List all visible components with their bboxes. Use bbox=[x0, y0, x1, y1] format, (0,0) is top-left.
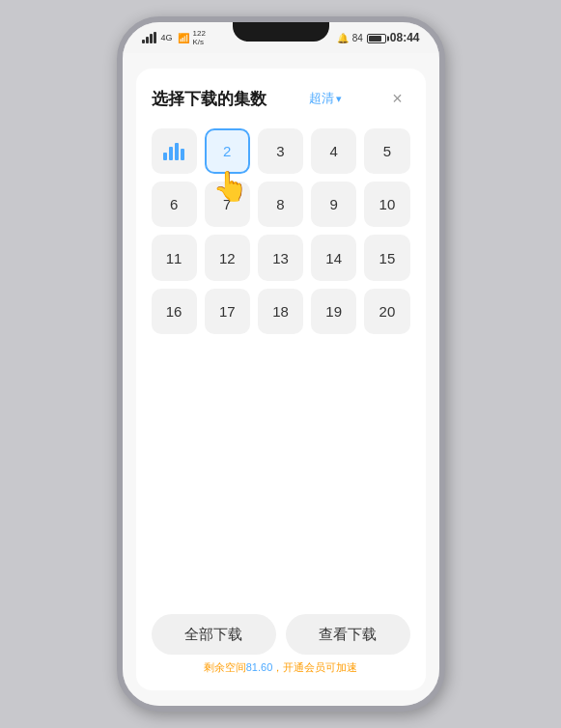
episode-cell-chart[interactable] bbox=[152, 128, 197, 174]
tip-prefix: 剩余空间 bbox=[204, 661, 246, 673]
episode-cell-2[interactable]: 2👆 bbox=[205, 128, 250, 174]
episode-cell-10[interactable]: 10 bbox=[364, 182, 409, 227]
episode-cell-16[interactable]: 16 bbox=[152, 289, 197, 334]
episode-cell-11[interactable]: 11 bbox=[152, 235, 197, 280]
quality-selector[interactable]: 超清 ▾ bbox=[309, 90, 342, 107]
episode-cell-19[interactable]: 19 bbox=[311, 289, 356, 334]
signal-icon bbox=[142, 32, 156, 43]
modal-header: 选择下载的集数 超清 ▾ × bbox=[152, 86, 410, 111]
episode-cell-3[interactable]: 3 bbox=[258, 128, 303, 174]
spacer bbox=[152, 344, 410, 606]
modal-title: 选择下载的集数 bbox=[152, 88, 266, 110]
side-button-right bbox=[442, 167, 445, 215]
notch bbox=[233, 22, 329, 42]
modal-dialog: 选择下载的集数 超清 ▾ × 2👆34567891011121314151617… bbox=[136, 69, 426, 690]
bottom-tip: 剩余空间81.60，开通会员可加速 bbox=[152, 660, 410, 675]
episode-cell-18[interactable]: 18 bbox=[258, 289, 303, 334]
episode-cell-15[interactable]: 15 bbox=[364, 235, 409, 280]
side-button-left bbox=[117, 138, 120, 167]
alarm-icon: 🔔 bbox=[337, 33, 349, 43]
episode-cell-4[interactable]: 4 bbox=[311, 128, 356, 174]
tip-space: 81.60 bbox=[246, 661, 273, 673]
wifi-icon: 📶 bbox=[178, 33, 189, 43]
episode-cell-17[interactable]: 17 bbox=[205, 289, 250, 334]
status-left: 4G 📶 122K/s bbox=[142, 29, 206, 46]
phone-frame: 4G 📶 122K/s 🔔 84 08:44 选择下载的集数 超清 ▾ × bbox=[117, 16, 445, 712]
episode-cell-7[interactable]: 7 bbox=[205, 182, 250, 227]
content-area: 选择下载的集数 超清 ▾ × 2👆34567891011121314151617… bbox=[123, 53, 439, 706]
status-time: 08:44 bbox=[390, 31, 420, 44]
view-downloads-button[interactable]: 查看下载 bbox=[286, 614, 410, 655]
chart-icon bbox=[163, 143, 184, 160]
quality-label: 超清 bbox=[309, 90, 334, 107]
network-icon: 4G bbox=[161, 33, 173, 42]
episode-cell-12[interactable]: 12 bbox=[205, 235, 250, 280]
episode-cell-9[interactable]: 9 bbox=[311, 182, 356, 227]
battery-percent: 84 bbox=[352, 33, 363, 43]
close-button[interactable]: × bbox=[385, 86, 410, 111]
download-all-button[interactable]: 全部下载 bbox=[152, 614, 276, 655]
battery-icon bbox=[367, 33, 386, 43]
episode-cell-8[interactable]: 8 bbox=[258, 182, 303, 227]
bottom-buttons: 全部下载 查看下载 bbox=[152, 614, 410, 655]
tip-suffix: 开通会员可加速 bbox=[283, 661, 357, 673]
episode-cell-14[interactable]: 14 bbox=[311, 235, 356, 280]
episode-grid: 2👆34567891011121314151617181920 bbox=[152, 128, 410, 334]
episode-cell-13[interactable]: 13 bbox=[258, 235, 303, 280]
speed-indicator: 122K/s bbox=[193, 29, 206, 46]
status-right: 🔔 84 08:44 bbox=[337, 31, 420, 44]
episode-cell-6[interactable]: 6 bbox=[152, 182, 197, 227]
tip-unit: ， bbox=[272, 661, 283, 673]
episode-cell-5[interactable]: 5 bbox=[364, 128, 409, 174]
episode-cell-20[interactable]: 20 bbox=[364, 289, 409, 334]
chevron-down-icon: ▾ bbox=[336, 93, 342, 105]
